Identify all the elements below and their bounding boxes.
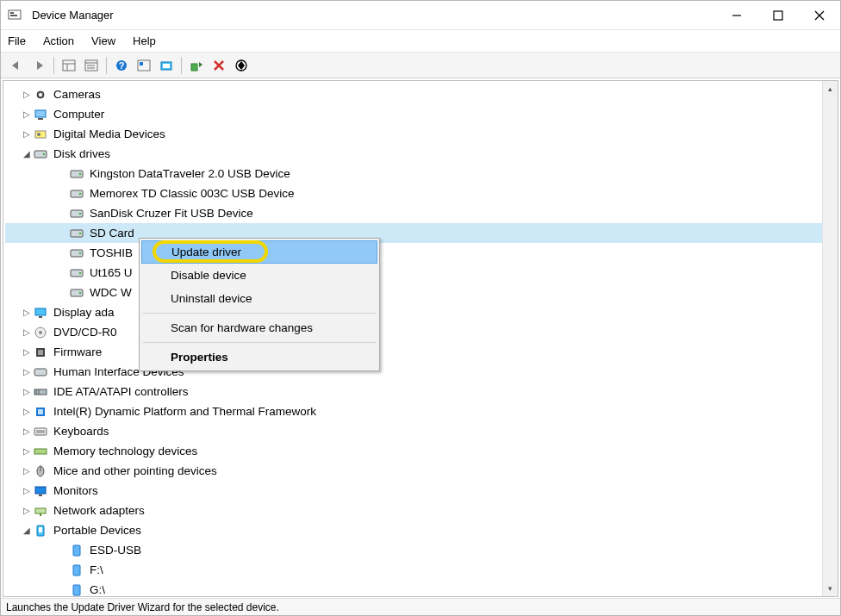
expand-caret-icon[interactable]: ▷ — [21, 446, 33, 456]
toolbar-sep — [181, 57, 182, 74]
tree-item[interactable]: ▷Firmware — [5, 342, 838, 362]
svg-rect-70 — [73, 545, 80, 556]
show-hide-tree-button[interactable] — [59, 55, 79, 76]
tree-item[interactable]: Ut165 U — [5, 263, 838, 283]
cm-properties[interactable]: Properties — [141, 345, 377, 369]
tree-item[interactable]: ▷Human Interface Devices — [5, 362, 838, 382]
scroll-down-icon[interactable]: ▾ — [823, 581, 838, 596]
menu-action[interactable]: Action — [43, 34, 74, 47]
tree-item[interactable]: ◢Disk drives — [5, 144, 838, 164]
expand-caret-icon[interactable]: ◢ — [21, 526, 33, 535]
expand-caret-icon[interactable]: ▷ — [21, 109, 33, 119]
device-icon — [69, 207, 84, 221]
maximize-button[interactable] — [757, 1, 799, 30]
menu-view[interactable]: View — [91, 34, 115, 47]
scrollbar-v[interactable]: ▴ ▾ — [822, 81, 838, 596]
tree-item-label: Keyboards — [53, 425, 116, 438]
tree-item-label: Firmware — [53, 345, 109, 358]
tree-item-label: Display ada — [53, 306, 121, 319]
tree-item[interactable]: ESD-USB — [5, 540, 838, 560]
tree-item[interactable]: Kingston DataTraveler 2.0 USB Device — [5, 164, 838, 184]
tree-item[interactable]: G:\ — [5, 580, 838, 596]
tree-item-label: G:\ — [90, 583, 112, 596]
svg-rect-61 — [34, 449, 47, 454]
expand-caret-icon[interactable]: ▷ — [21, 387, 33, 396]
tree-item[interactable]: ▷IDE ATA/ATAPI controllers — [5, 382, 838, 401]
tree-item[interactable]: F:\ — [5, 560, 838, 580]
tree-item[interactable]: ▷Mice and other pointing devices — [5, 461, 838, 481]
expand-caret-icon[interactable]: ▷ — [21, 327, 33, 337]
tree-item-label: Monitors — [53, 484, 105, 497]
tree-item[interactable]: SD Card — [5, 223, 838, 243]
menu-file[interactable]: File — [8, 34, 26, 47]
help-button[interactable]: ? — [111, 55, 132, 76]
tree-item-label: Memorex TD Classic 003C USB Device — [90, 187, 302, 200]
svg-point-43 — [79, 271, 82, 274]
svg-rect-20 — [191, 64, 197, 71]
device-icon — [33, 365, 48, 379]
cm-label: Uninstall device — [171, 292, 252, 305]
tree-item[interactable]: Memorex TD Classic 003C USB Device — [5, 184, 838, 203]
tree-item[interactable]: ▷Computer — [5, 104, 838, 124]
device-tree[interactable]: ▷Cameras▷Computer▷Digital Media Devices◢… — [3, 81, 838, 596]
tree-item[interactable]: ▷Digital Media Devices — [5, 124, 838, 144]
close-button[interactable] — [799, 1, 840, 30]
tree-item-label: Network adapters — [53, 504, 152, 517]
device-icon — [69, 563, 84, 577]
device-tree-container: ▷Cameras▷Computer▷Digital Media Devices◢… — [3, 80, 838, 597]
expand-caret-icon[interactable]: ▷ — [21, 347, 33, 357]
minimize-button[interactable] — [716, 1, 757, 30]
svg-point-29 — [37, 133, 40, 136]
expand-caret-icon[interactable]: ▷ — [21, 90, 33, 99]
tree-item[interactable]: ▷Network adapters — [5, 501, 838, 520]
cm-separator — [143, 313, 376, 314]
expand-caret-icon[interactable]: ▷ — [21, 367, 33, 376]
tree-item[interactable]: ◢Portable Devices — [5, 520, 838, 540]
uninstall-button[interactable] — [209, 55, 229, 76]
expand-caret-icon[interactable]: ▷ — [21, 506, 33, 515]
tree-item[interactable]: TOSHIB — [5, 243, 838, 263]
expand-caret-icon[interactable]: ▷ — [21, 308, 33, 317]
expand-caret-icon[interactable]: ▷ — [21, 426, 33, 436]
cm-uninstall-device[interactable]: Uninstall device — [141, 287, 377, 310]
cm-update-driver[interactable]: Update driver — [141, 240, 377, 264]
disable-button[interactable] — [231, 55, 252, 76]
tree-item-label: WDC W — [90, 286, 139, 299]
tree-item[interactable]: ▷Monitors — [5, 481, 838, 501]
device-icon — [33, 484, 48, 498]
toolbar: ? — [1, 53, 840, 78]
window-controls — [716, 1, 840, 30]
tree-item-label: ESD-USB — [90, 544, 148, 557]
action-props-button[interactable] — [134, 55, 154, 76]
tree-item[interactable]: ▷Display ada — [5, 302, 838, 322]
svg-rect-1 — [10, 12, 14, 14]
svg-rect-2 — [10, 15, 17, 16]
device-icon — [33, 88, 48, 102]
tree-item[interactable]: ▷Memory technology devices — [5, 441, 838, 461]
back-button[interactable] — [6, 55, 27, 76]
properties-button[interactable] — [81, 55, 102, 76]
update-driver-button[interactable] — [186, 55, 207, 76]
tree-item-label: Digital Media Devices — [53, 128, 172, 140]
tree-item[interactable]: SanDisk Cruzer Fit USB Device — [5, 203, 838, 223]
scan-button[interactable] — [156, 55, 177, 76]
tree-item[interactable]: ▷Keyboards — [5, 421, 838, 441]
menu-help[interactable]: Help — [133, 34, 156, 47]
cm-disable-device[interactable]: Disable device — [141, 264, 377, 287]
expand-caret-icon[interactable]: ▷ — [21, 486, 33, 495]
tree-item[interactable]: ▷Intel(R) Dynamic Platform and Thermal F… — [5, 401, 838, 421]
tree-item-label: Memory technology devices — [53, 445, 204, 457]
svg-point-25 — [39, 93, 42, 96]
expand-caret-icon[interactable]: ◢ — [21, 149, 33, 159]
scroll-up-icon[interactable]: ▴ — [823, 81, 838, 96]
expand-caret-icon[interactable]: ▷ — [21, 129, 33, 139]
expand-caret-icon[interactable]: ▷ — [21, 466, 33, 476]
device-icon — [33, 405, 48, 419]
tree-item[interactable]: ▷DVD/CD-R0 — [5, 322, 838, 342]
forward-button[interactable] — [28, 55, 49, 76]
tree-item[interactable]: WDC W — [5, 283, 838, 302]
device-icon — [69, 167, 84, 181]
cm-scan[interactable]: Scan for hardware changes — [141, 316, 377, 339]
tree-item[interactable]: ▷Cameras — [5, 84, 838, 104]
expand-caret-icon[interactable]: ▷ — [21, 407, 33, 416]
